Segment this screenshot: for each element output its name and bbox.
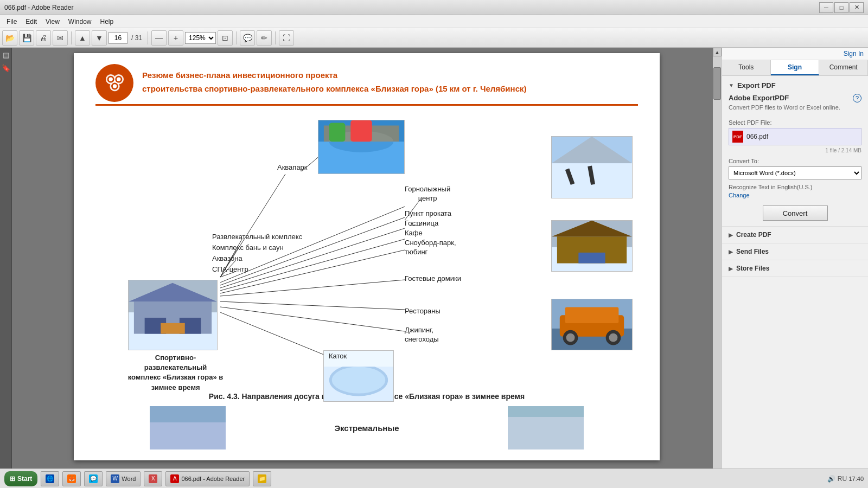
- panel-tabs: Tools Sign Comment: [722, 60, 868, 76]
- svg-rect-43: [578, 253, 605, 264]
- select-file-label: Select PDF File:: [729, 119, 861, 126]
- left-panel: ▤ 🔖: [0, 48, 12, 468]
- header-line1: Резюме бизнес-плана инвестиционного прое…: [142, 69, 527, 81]
- separator-2: [148, 31, 148, 44]
- taskbar-word[interactable]: W Word: [106, 471, 141, 486]
- tab-sign[interactable]: Sign: [771, 60, 820, 75]
- svg-point-51: [609, 333, 618, 342]
- svg-rect-47: [565, 307, 619, 323]
- pdf-page: Резюме бизнес-плана инвестиционного прое…: [74, 53, 660, 460]
- next-page-button[interactable]: ▼: [92, 30, 107, 46]
- svg-point-8: [117, 77, 120, 81]
- excel-icon: X: [149, 474, 157, 483]
- complex-image: [128, 280, 218, 350]
- create-pdf-section[interactable]: ▶ Create PDF: [722, 227, 868, 243]
- start-button[interactable]: ⊞ Start: [4, 471, 37, 486]
- right-panel-top: Sign In: [722, 48, 868, 60]
- prev-page-button[interactable]: ▲: [75, 30, 90, 46]
- file-name: 066.pdf: [746, 133, 858, 140]
- help-icon[interactable]: ?: [853, 94, 861, 102]
- waterpark-image: [318, 120, 405, 174]
- label-rink: Каток: [329, 352, 347, 360]
- save-button[interactable]: 💾: [19, 30, 34, 46]
- open-button[interactable]: 📂: [2, 30, 17, 46]
- sign-in-link[interactable]: Sign In: [844, 50, 864, 57]
- recognize-text-label: Recognize Text in English(U.S.): [729, 184, 861, 190]
- taskbar-firefox[interactable]: 🦊: [62, 471, 81, 486]
- lang-label: RU: [838, 475, 847, 483]
- label-hotel: Гостиница: [405, 219, 438, 227]
- taskbar-skype[interactable]: 💬: [84, 471, 103, 486]
- file-size: 1 file / 2.14 MB: [729, 147, 861, 153]
- fullscreen-button[interactable]: ⛶: [279, 30, 294, 46]
- logo: [95, 64, 133, 102]
- separator-4: [275, 31, 276, 44]
- menu-bar: File Edit View Window Help: [0, 15, 868, 28]
- export-pdf-section: ▼ Export PDF Adobe ExportPDF Convert PDF…: [722, 76, 868, 227]
- change-link[interactable]: Change: [729, 192, 750, 198]
- bottom-image-1: [150, 406, 226, 450]
- clock: 17:40: [848, 476, 864, 482]
- menu-view[interactable]: View: [41, 17, 64, 27]
- send-files-section[interactable]: ▶ Send Files: [722, 243, 868, 260]
- label-cafe: Кафе: [405, 229, 423, 237]
- complex-name-label: Спортивно-развлекательныйкомплекс «Близк…: [125, 353, 226, 393]
- pdf-scroll[interactable]: Резюме бизнес-плана инвестиционного прое…: [12, 48, 722, 468]
- label-aquapark: Аквапарк: [277, 163, 308, 171]
- system-tray: 🔊 RU 17:40: [827, 474, 864, 483]
- start-label: Start: [17, 475, 32, 483]
- maximize-button[interactable]: □: [834, 2, 848, 13]
- minimize-button[interactable]: ─: [819, 2, 833, 13]
- bottom-image-2: [508, 406, 584, 450]
- menu-help[interactable]: Help: [96, 17, 118, 27]
- header-line2: строительства спортивно-развлекательного…: [142, 83, 527, 94]
- svg-line-26: [220, 307, 405, 331]
- menu-window[interactable]: Window: [64, 17, 96, 27]
- menu-edit[interactable]: Edit: [21, 17, 41, 27]
- chalet-image: [551, 220, 633, 272]
- close-button[interactable]: ✕: [850, 2, 864, 13]
- taskbar-adobe[interactable]: A 066.pdf - Adobe Reader: [165, 471, 250, 486]
- convert-button[interactable]: Convert: [763, 206, 828, 221]
- taskbar-ie[interactable]: 🌐: [41, 471, 59, 486]
- menu-file[interactable]: File: [2, 17, 21, 27]
- right-panel: Sign In Tools Sign Comment ▼ Export PDF …: [722, 48, 868, 468]
- file-item[interactable]: PDF 066.pdf: [729, 128, 861, 145]
- zoom-in-button[interactable]: +: [168, 30, 183, 46]
- tray-lang[interactable]: RU: [838, 474, 846, 483]
- bookmark-icon[interactable]: 🔖: [1, 63, 11, 73]
- svg-rect-66: [508, 417, 584, 450]
- page-number-input[interactable]: [108, 32, 127, 44]
- svg-point-7: [108, 77, 112, 81]
- store-files-section[interactable]: ▶ Store Files: [722, 260, 868, 277]
- svg-rect-33: [329, 123, 346, 142]
- window-controls: ─ □ ✕: [819, 2, 864, 13]
- zoom-out-button[interactable]: —: [151, 30, 167, 46]
- logo-area: Резюме бизнес-плана инвестиционного прое…: [95, 64, 638, 102]
- svg-line-25: [220, 301, 405, 310]
- taskbar-excel[interactable]: X: [144, 471, 162, 486]
- export-pdf-header[interactable]: ▼ Export PDF: [729, 81, 861, 89]
- email-button[interactable]: ✉: [53, 30, 68, 46]
- export-arrow: ▼: [729, 82, 734, 88]
- taskbar: ⊞ Start 🌐 🦊 💬 W Word X A 066.pdf - Adobe…: [0, 468, 868, 488]
- zoom-select[interactable]: 125% 100% 75% 50%: [185, 32, 216, 44]
- fit-page-button[interactable]: ⊡: [218, 30, 233, 46]
- print-button[interactable]: 🖨: [36, 30, 51, 46]
- tab-comment[interactable]: Comment: [819, 60, 868, 75]
- convert-to-select[interactable]: Microsoft Word (*.docx) Microsoft Excel …: [729, 166, 861, 179]
- taskbar-explorer[interactable]: 📁: [253, 471, 271, 486]
- header-text: Резюме бизнес-плана инвестиционного прое…: [142, 69, 527, 97]
- svg-point-61: [332, 367, 385, 393]
- scroll-up-button[interactable]: ▲: [713, 48, 722, 56]
- header-divider: [95, 104, 638, 106]
- comment-button[interactable]: 💬: [240, 30, 255, 46]
- ski-image: [551, 136, 633, 198]
- markup-button[interactable]: ✏: [257, 30, 272, 46]
- adobe-label: 066.pdf - Adobe Reader: [181, 476, 245, 482]
- tab-tools[interactable]: Tools: [722, 60, 771, 75]
- pdf-area: Резюме бизнес-плана инвестиционного прое…: [12, 48, 722, 468]
- scroll-thumb[interactable]: [713, 67, 721, 100]
- page-total: / 31: [129, 34, 144, 42]
- thumbnail-icon[interactable]: ▤: [1, 50, 11, 60]
